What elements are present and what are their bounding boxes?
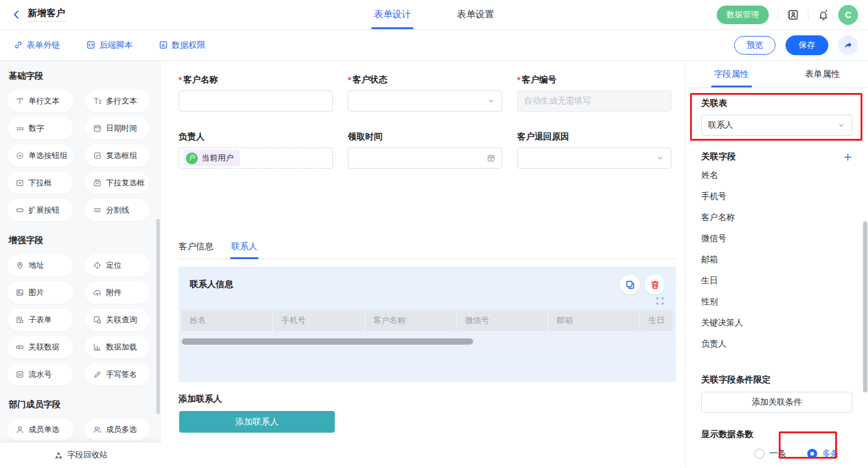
script-icon	[86, 40, 95, 50]
field-type-datetime[interactable]: 日期时间	[85, 117, 149, 139]
field-type-checkbox[interactable]: 复选框组	[85, 144, 149, 167]
field-type-dropdown[interactable]: 下拉框	[7, 172, 73, 194]
tab-form-properties[interactable]: 表单属性	[777, 61, 868, 87]
duplicate-button[interactable]	[620, 275, 640, 294]
field-type-expand-button[interactable]: 扩展按钮	[7, 199, 73, 221]
form-canvas: *客户名称 *客户状态 *客户编号 自动生成无需填写 负责人 户	[161, 61, 685, 467]
subform-horizontal-scrollbar[interactable]	[182, 338, 473, 345]
related-field-item[interactable]: 姓名	[701, 165, 852, 186]
copy-icon	[625, 280, 636, 290]
sidebar-section-title: 基础字段	[9, 71, 153, 82]
field-type-locate[interactable]: 定位	[85, 254, 149, 276]
notification-bell-icon[interactable]	[817, 9, 830, 21]
field-type-label: 关联查询	[106, 315, 137, 325]
field-type-text[interactable]: 单行文本	[7, 90, 73, 112]
field-type-label: 图片	[29, 288, 44, 298]
add-contact-label: 添加联系人	[179, 394, 671, 405]
divider-icon	[93, 206, 102, 214]
address-book-icon[interactable]	[787, 9, 799, 21]
field-type-persons[interactable]: 成员多选	[85, 418, 149, 441]
data-manage-button[interactable]: 数据管理	[717, 6, 769, 24]
attachment-icon	[93, 288, 102, 297]
form-field-customer-number[interactable]: *客户编号 自动生成无需填写	[517, 74, 671, 112]
field-type-signature[interactable]: 手写签名	[85, 363, 149, 386]
svg-text:123: 123	[16, 126, 24, 131]
share-button[interactable]	[838, 35, 858, 55]
selection-frame-icon[interactable]	[655, 296, 665, 307]
field-type-divider[interactable]: 分割线	[85, 199, 149, 221]
field-type-related-data[interactable]: 关联数据	[7, 336, 73, 358]
required-marker: *	[179, 75, 182, 85]
subform-title: 联系人信息	[190, 279, 233, 290]
field-type-address[interactable]: 地址	[7, 254, 73, 276]
field-type-label: 数据加载	[106, 342, 137, 353]
related-table-select[interactable]: 联系人	[701, 115, 852, 136]
field-type-number[interactable]: 123数字	[7, 117, 73, 139]
related-field-item[interactable]: 邮箱	[701, 249, 852, 270]
window-scrollbar[interactable]	[863, 221, 867, 392]
form-field-customer-status[interactable]: *客户状态	[348, 74, 502, 112]
field-type-label: 手写签名	[106, 369, 137, 380]
toolbar-link-data-permission[interactable]: 数据权限	[159, 40, 205, 51]
share-arrow-icon	[843, 40, 853, 50]
required-marker: *	[348, 75, 351, 85]
field-type-person[interactable]: 成员单选	[7, 418, 73, 441]
field-type-data-load[interactable]: 数据加载	[85, 336, 149, 358]
related-field-item[interactable]: 微信号	[701, 228, 852, 249]
related-field-item[interactable]: 负责人	[701, 333, 852, 355]
toolbar-link-external[interactable]: 表单外链	[14, 40, 60, 51]
current-user-tag[interactable]: 户 当前用户	[184, 150, 240, 166]
field-type-attachment[interactable]: 附件	[85, 281, 149, 304]
sidebar-scrollbar[interactable]	[156, 219, 160, 414]
related-fields-header: 关联字段	[701, 151, 852, 162]
field-type-serial[interactable]: 流水号	[7, 363, 73, 386]
add-contact-button[interactable]: 添加联系人	[179, 411, 335, 433]
select-input[interactable]	[517, 148, 671, 169]
required-marker: *	[517, 75, 520, 85]
tab-form-settings[interactable]: 表单设置	[457, 0, 494, 29]
tab-form-design[interactable]: 表单设计	[374, 0, 411, 29]
related-field-item[interactable]: 客户名称	[701, 207, 852, 228]
related-field-item[interactable]: 性别	[701, 291, 852, 312]
member-select-input[interactable]: 户 当前用户	[179, 148, 333, 169]
persons-icon	[93, 425, 102, 434]
save-button[interactable]: 保存	[786, 35, 828, 55]
related-field-item[interactable]: 手机号	[701, 186, 852, 207]
tab-customer-info[interactable]: 客户信息	[179, 241, 213, 258]
subform-column-header: 手机号	[273, 310, 364, 331]
add-field-plus-icon[interactable]	[843, 152, 852, 162]
field-type-image[interactable]: 图片	[7, 281, 73, 304]
form-field-customer-name[interactable]: *客户名称	[179, 74, 333, 112]
field-type-dropdown-multi[interactable]: 下拉复选框	[85, 172, 149, 194]
field-type-related-query[interactable]: 关联查询	[85, 309, 149, 331]
subform-panel[interactable]: 联系人信息 姓名手机号客户名称微信号邮箱生日	[179, 267, 676, 382]
field-recycle-bin[interactable]: 字段回收站	[0, 443, 161, 467]
user-avatar[interactable]: C	[838, 5, 858, 25]
preview-button[interactable]: 预览	[734, 36, 776, 55]
date-input[interactable]	[348, 148, 502, 169]
back-icon[interactable]	[11, 9, 22, 20]
form-field-return-reason[interactable]: 客户退回原因	[517, 131, 671, 169]
radio-option-single[interactable]: 一条	[755, 448, 786, 459]
form-field-owner[interactable]: 负责人 户 当前用户	[179, 131, 333, 169]
add-condition-button[interactable]: 添加关联条件	[701, 392, 852, 413]
field-type-textarea[interactable]: 多行文本	[85, 90, 149, 112]
tab-field-properties[interactable]: 字段属性	[686, 61, 777, 87]
related-field-item[interactable]: 关键决策人	[701, 312, 852, 333]
related-field-item[interactable]: 生日	[701, 270, 852, 291]
user-circle-icon: 户	[186, 152, 198, 164]
radio-option-multi-selected[interactable]: 多条	[807, 448, 839, 459]
select-input[interactable]	[348, 91, 502, 112]
text-input[interactable]	[179, 91, 333, 112]
field-type-radio[interactable]: 单选按钮组	[7, 144, 73, 167]
form-field-claim-time[interactable]: 领取时间	[348, 131, 502, 169]
field-type-subform[interactable]: 子表单	[7, 309, 73, 331]
field-type-label: 流水号	[29, 369, 52, 380]
properties-panel: 字段属性 表单属性 关联表 联系人 关联字段 姓名手机号客户名称微信号邮箱生日性…	[685, 61, 868, 467]
toolbar-link-backend-script[interactable]: 后端脚本	[86, 40, 133, 51]
page-title[interactable]: 新增客户	[28, 7, 65, 22]
tab-contacts[interactable]: 联系人	[231, 241, 257, 258]
user-tag-label: 当前用户	[202, 152, 234, 164]
display-count-label: 显示数据条数	[701, 429, 852, 440]
delete-button[interactable]	[645, 275, 665, 294]
